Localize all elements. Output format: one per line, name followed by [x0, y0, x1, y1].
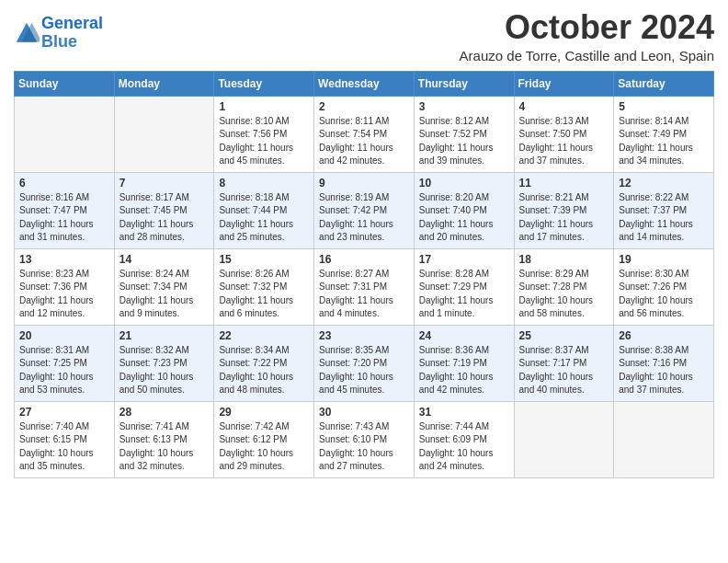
cal-cell: 3Sunrise: 8:12 AM Sunset: 7:52 PM Daylig… — [414, 96, 514, 172]
day-number: 10 — [419, 177, 509, 190]
header-row: Sunday Monday Tuesday Wednesday Thursday… — [15, 71, 714, 96]
day-number: 4 — [519, 100, 609, 113]
cal-cell: 14Sunrise: 8:24 AM Sunset: 7:34 PM Dayli… — [114, 248, 214, 325]
day-number: 26 — [619, 329, 709, 342]
cal-cell — [15, 96, 115, 172]
calendar-title: October 2024 — [460, 9, 714, 46]
cal-cell: 7Sunrise: 8:17 AM Sunset: 7:45 PM Daylig… — [114, 172, 214, 248]
calendar-subtitle: Arauzo de Torre, Castille and Leon, Spai… — [460, 48, 714, 63]
day-info: Sunrise: 8:18 AM Sunset: 7:44 PM Dayligh… — [219, 191, 309, 245]
day-info: Sunrise: 8:28 AM Sunset: 7:29 PM Dayligh… — [419, 268, 509, 321]
col-monday: Monday — [114, 71, 214, 96]
day-info: Sunrise: 7:41 AM Sunset: 6:13 PM Dayligh… — [119, 420, 210, 474]
day-info: Sunrise: 7:43 AM Sunset: 6:10 PM Dayligh… — [319, 420, 409, 474]
cal-cell: 8Sunrise: 8:18 AM Sunset: 7:44 PM Daylig… — [214, 172, 314, 248]
day-info: Sunrise: 8:19 AM Sunset: 7:42 PM Dayligh… — [319, 191, 409, 245]
day-info: Sunrise: 8:26 AM Sunset: 7:32 PM Dayligh… — [219, 268, 309, 321]
day-number: 17 — [419, 253, 509, 266]
day-info: Sunrise: 8:34 AM Sunset: 7:22 PM Dayligh… — [219, 344, 309, 397]
day-info: Sunrise: 8:22 AM Sunset: 7:37 PM Dayligh… — [619, 191, 709, 245]
day-info: Sunrise: 8:36 AM Sunset: 7:19 PM Dayligh… — [419, 344, 509, 397]
day-info: Sunrise: 8:17 AM Sunset: 7:45 PM Dayligh… — [119, 191, 210, 245]
week-row-3: 13Sunrise: 8:23 AM Sunset: 7:36 PM Dayli… — [15, 248, 714, 325]
cal-cell — [114, 96, 214, 172]
day-info: Sunrise: 8:14 AM Sunset: 7:49 PM Dayligh… — [619, 115, 709, 168]
cal-cell: 9Sunrise: 8:19 AM Sunset: 7:42 PM Daylig… — [314, 172, 415, 248]
cal-cell: 19Sunrise: 8:30 AM Sunset: 7:26 PM Dayli… — [614, 248, 714, 325]
day-info: Sunrise: 7:42 AM Sunset: 6:12 PM Dayligh… — [219, 420, 309, 474]
cal-cell: 6Sunrise: 8:16 AM Sunset: 7:47 PM Daylig… — [15, 172, 115, 248]
cal-cell: 25Sunrise: 8:37 AM Sunset: 7:17 PM Dayli… — [514, 325, 614, 401]
day-info: Sunrise: 8:27 AM Sunset: 7:31 PM Dayligh… — [319, 268, 409, 321]
cal-cell: 11Sunrise: 8:21 AM Sunset: 7:39 PM Dayli… — [514, 172, 614, 248]
day-number: 1 — [219, 100, 309, 113]
day-number: 14 — [119, 253, 210, 266]
week-row-4: 20Sunrise: 8:31 AM Sunset: 7:25 PM Dayli… — [15, 325, 714, 401]
cal-cell: 30Sunrise: 7:43 AM Sunset: 6:10 PM Dayli… — [314, 401, 415, 477]
day-number: 11 — [519, 177, 609, 190]
day-number: 19 — [619, 253, 709, 266]
day-number: 6 — [19, 177, 109, 190]
col-saturday: Saturday — [614, 71, 714, 96]
cal-cell — [514, 401, 614, 477]
day-info: Sunrise: 7:40 AM Sunset: 6:15 PM Dayligh… — [19, 420, 109, 474]
cal-cell: 20Sunrise: 8:31 AM Sunset: 7:25 PM Dayli… — [15, 325, 115, 401]
day-number: 16 — [319, 253, 409, 266]
cal-cell: 24Sunrise: 8:36 AM Sunset: 7:19 PM Dayli… — [414, 325, 514, 401]
col-thursday: Thursday — [414, 71, 514, 96]
day-number: 15 — [219, 253, 309, 266]
cal-cell: 4Sunrise: 8:13 AM Sunset: 7:50 PM Daylig… — [514, 96, 614, 172]
cal-cell: 16Sunrise: 8:27 AM Sunset: 7:31 PM Dayli… — [314, 248, 415, 325]
cal-cell: 12Sunrise: 8:22 AM Sunset: 7:37 PM Dayli… — [614, 172, 714, 248]
cal-cell: 17Sunrise: 8:28 AM Sunset: 7:29 PM Dayli… — [414, 248, 514, 325]
day-info: Sunrise: 8:16 AM Sunset: 7:47 PM Dayligh… — [19, 191, 109, 245]
day-info: Sunrise: 8:11 AM Sunset: 7:54 PM Dayligh… — [319, 115, 409, 168]
day-number: 29 — [219, 406, 309, 419]
col-friday: Friday — [514, 71, 614, 96]
day-info: Sunrise: 8:30 AM Sunset: 7:26 PM Dayligh… — [619, 268, 709, 321]
logo-text-line2: Blue — [41, 33, 103, 52]
day-info: Sunrise: 8:37 AM Sunset: 7:17 PM Dayligh… — [519, 344, 609, 397]
day-info: Sunrise: 8:23 AM Sunset: 7:36 PM Dayligh… — [19, 268, 109, 321]
day-info: Sunrise: 8:32 AM Sunset: 7:23 PM Dayligh… — [119, 344, 210, 397]
header: General Blue October 2024 Arauzo de Torr… — [14, 9, 714, 63]
page: General Blue October 2024 Arauzo de Torr… — [0, 0, 728, 492]
cal-cell — [614, 401, 714, 477]
week-row-5: 27Sunrise: 7:40 AM Sunset: 6:15 PM Dayli… — [15, 401, 714, 477]
day-number: 25 — [519, 329, 609, 342]
cal-cell: 5Sunrise: 8:14 AM Sunset: 7:49 PM Daylig… — [614, 96, 714, 172]
day-number: 21 — [119, 329, 210, 342]
cal-cell: 18Sunrise: 8:29 AM Sunset: 7:28 PM Dayli… — [514, 248, 614, 325]
week-row-2: 6Sunrise: 8:16 AM Sunset: 7:47 PM Daylig… — [15, 172, 714, 248]
logo-text-line1: General — [41, 15, 103, 33]
day-info: Sunrise: 8:38 AM Sunset: 7:16 PM Dayligh… — [619, 344, 709, 397]
day-number: 12 — [619, 177, 709, 190]
cal-cell: 26Sunrise: 8:38 AM Sunset: 7:16 PM Dayli… — [614, 325, 714, 401]
day-number: 20 — [19, 329, 109, 342]
week-row-1: 1Sunrise: 8:10 AM Sunset: 7:56 PM Daylig… — [15, 96, 714, 172]
cal-cell: 23Sunrise: 8:35 AM Sunset: 7:20 PM Dayli… — [314, 325, 415, 401]
day-info: Sunrise: 7:44 AM Sunset: 6:09 PM Dayligh… — [419, 420, 509, 474]
col-tuesday: Tuesday — [214, 71, 314, 96]
cal-cell: 2Sunrise: 8:11 AM Sunset: 7:54 PM Daylig… — [314, 96, 415, 172]
day-info: Sunrise: 8:12 AM Sunset: 7:52 PM Dayligh… — [419, 115, 509, 168]
col-sunday: Sunday — [15, 71, 115, 96]
day-number: 2 — [319, 100, 409, 113]
day-info: Sunrise: 8:35 AM Sunset: 7:20 PM Dayligh… — [319, 344, 409, 397]
day-info: Sunrise: 8:10 AM Sunset: 7:56 PM Dayligh… — [219, 115, 309, 168]
cal-cell: 13Sunrise: 8:23 AM Sunset: 7:36 PM Dayli… — [15, 248, 115, 325]
logo: General Blue — [14, 15, 103, 52]
col-wednesday: Wednesday — [314, 71, 415, 96]
day-info: Sunrise: 8:20 AM Sunset: 7:40 PM Dayligh… — [419, 191, 509, 245]
cal-cell: 29Sunrise: 7:42 AM Sunset: 6:12 PM Dayli… — [214, 401, 314, 477]
cal-cell: 31Sunrise: 7:44 AM Sunset: 6:09 PM Dayli… — [414, 401, 514, 477]
cal-cell: 1Sunrise: 8:10 AM Sunset: 7:56 PM Daylig… — [214, 96, 314, 172]
day-number: 5 — [619, 100, 709, 113]
cal-cell: 27Sunrise: 7:40 AM Sunset: 6:15 PM Dayli… — [15, 401, 115, 477]
cal-cell: 22Sunrise: 8:34 AM Sunset: 7:22 PM Dayli… — [214, 325, 314, 401]
day-info: Sunrise: 8:31 AM Sunset: 7:25 PM Dayligh… — [19, 344, 109, 397]
day-number: 8 — [219, 177, 309, 190]
cal-cell: 10Sunrise: 8:20 AM Sunset: 7:40 PM Dayli… — [414, 172, 514, 248]
day-number: 13 — [19, 253, 109, 266]
cal-cell: 15Sunrise: 8:26 AM Sunset: 7:32 PM Dayli… — [214, 248, 314, 325]
